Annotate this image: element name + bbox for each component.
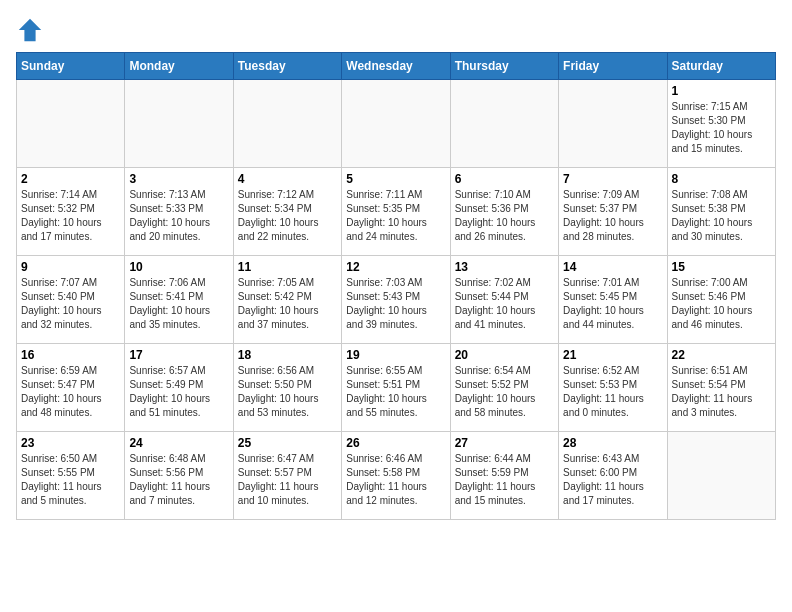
calendar-body: 1Sunrise: 7:15 AM Sunset: 5:30 PM Daylig… bbox=[17, 80, 776, 520]
header-row: Sunday Monday Tuesday Wednesday Thursday… bbox=[17, 53, 776, 80]
calendar-cell bbox=[342, 80, 450, 168]
calendar-cell bbox=[667, 432, 775, 520]
day-info: Sunrise: 6:47 AM Sunset: 5:57 PM Dayligh… bbox=[238, 452, 337, 508]
day-info: Sunrise: 7:14 AM Sunset: 5:32 PM Dayligh… bbox=[21, 188, 120, 244]
calendar-cell: 18Sunrise: 6:56 AM Sunset: 5:50 PM Dayli… bbox=[233, 344, 341, 432]
header-monday: Monday bbox=[125, 53, 233, 80]
calendar-table: Sunday Monday Tuesday Wednesday Thursday… bbox=[16, 52, 776, 520]
calendar-cell: 17Sunrise: 6:57 AM Sunset: 5:49 PM Dayli… bbox=[125, 344, 233, 432]
calendar-cell: 4Sunrise: 7:12 AM Sunset: 5:34 PM Daylig… bbox=[233, 168, 341, 256]
calendar-cell: 26Sunrise: 6:46 AM Sunset: 5:58 PM Dayli… bbox=[342, 432, 450, 520]
day-info: Sunrise: 6:55 AM Sunset: 5:51 PM Dayligh… bbox=[346, 364, 445, 420]
day-info: Sunrise: 6:44 AM Sunset: 5:59 PM Dayligh… bbox=[455, 452, 554, 508]
day-number: 12 bbox=[346, 260, 445, 274]
day-info: Sunrise: 7:06 AM Sunset: 5:41 PM Dayligh… bbox=[129, 276, 228, 332]
day-info: Sunrise: 6:46 AM Sunset: 5:58 PM Dayligh… bbox=[346, 452, 445, 508]
day-info: Sunrise: 7:13 AM Sunset: 5:33 PM Dayligh… bbox=[129, 188, 228, 244]
day-number: 1 bbox=[672, 84, 771, 98]
calendar-cell bbox=[125, 80, 233, 168]
day-number: 24 bbox=[129, 436, 228, 450]
day-number: 28 bbox=[563, 436, 662, 450]
day-number: 22 bbox=[672, 348, 771, 362]
calendar-cell: 13Sunrise: 7:02 AM Sunset: 5:44 PM Dayli… bbox=[450, 256, 558, 344]
header-friday: Friday bbox=[559, 53, 667, 80]
day-number: 14 bbox=[563, 260, 662, 274]
day-number: 26 bbox=[346, 436, 445, 450]
logo-icon bbox=[16, 16, 44, 44]
calendar-cell: 22Sunrise: 6:51 AM Sunset: 5:54 PM Dayli… bbox=[667, 344, 775, 432]
day-number: 16 bbox=[21, 348, 120, 362]
calendar-cell: 3Sunrise: 7:13 AM Sunset: 5:33 PM Daylig… bbox=[125, 168, 233, 256]
header-thursday: Thursday bbox=[450, 53, 558, 80]
calendar-cell: 5Sunrise: 7:11 AM Sunset: 5:35 PM Daylig… bbox=[342, 168, 450, 256]
day-number: 3 bbox=[129, 172, 228, 186]
calendar-cell: 16Sunrise: 6:59 AM Sunset: 5:47 PM Dayli… bbox=[17, 344, 125, 432]
calendar-cell bbox=[17, 80, 125, 168]
calendar-cell: 23Sunrise: 6:50 AM Sunset: 5:55 PM Dayli… bbox=[17, 432, 125, 520]
day-info: Sunrise: 7:00 AM Sunset: 5:46 PM Dayligh… bbox=[672, 276, 771, 332]
day-info: Sunrise: 7:01 AM Sunset: 5:45 PM Dayligh… bbox=[563, 276, 662, 332]
calendar-cell: 6Sunrise: 7:10 AM Sunset: 5:36 PM Daylig… bbox=[450, 168, 558, 256]
day-info: Sunrise: 6:51 AM Sunset: 5:54 PM Dayligh… bbox=[672, 364, 771, 420]
day-number: 25 bbox=[238, 436, 337, 450]
day-number: 9 bbox=[21, 260, 120, 274]
day-number: 17 bbox=[129, 348, 228, 362]
day-number: 7 bbox=[563, 172, 662, 186]
week-row-0: 1Sunrise: 7:15 AM Sunset: 5:30 PM Daylig… bbox=[17, 80, 776, 168]
calendar-cell: 27Sunrise: 6:44 AM Sunset: 5:59 PM Dayli… bbox=[450, 432, 558, 520]
day-number: 8 bbox=[672, 172, 771, 186]
day-info: Sunrise: 7:08 AM Sunset: 5:38 PM Dayligh… bbox=[672, 188, 771, 244]
header-saturday: Saturday bbox=[667, 53, 775, 80]
day-number: 4 bbox=[238, 172, 337, 186]
day-number: 27 bbox=[455, 436, 554, 450]
day-info: Sunrise: 6:59 AM Sunset: 5:47 PM Dayligh… bbox=[21, 364, 120, 420]
day-number: 19 bbox=[346, 348, 445, 362]
svg-marker-0 bbox=[19, 19, 41, 41]
day-number: 11 bbox=[238, 260, 337, 274]
day-number: 5 bbox=[346, 172, 445, 186]
calendar-cell: 19Sunrise: 6:55 AM Sunset: 5:51 PM Dayli… bbox=[342, 344, 450, 432]
day-info: Sunrise: 6:54 AM Sunset: 5:52 PM Dayligh… bbox=[455, 364, 554, 420]
calendar-cell: 25Sunrise: 6:47 AM Sunset: 5:57 PM Dayli… bbox=[233, 432, 341, 520]
day-info: Sunrise: 7:15 AM Sunset: 5:30 PM Dayligh… bbox=[672, 100, 771, 156]
day-info: Sunrise: 7:09 AM Sunset: 5:37 PM Dayligh… bbox=[563, 188, 662, 244]
day-number: 10 bbox=[129, 260, 228, 274]
header-sunday: Sunday bbox=[17, 53, 125, 80]
calendar-cell: 2Sunrise: 7:14 AM Sunset: 5:32 PM Daylig… bbox=[17, 168, 125, 256]
calendar-cell: 8Sunrise: 7:08 AM Sunset: 5:38 PM Daylig… bbox=[667, 168, 775, 256]
calendar-cell: 7Sunrise: 7:09 AM Sunset: 5:37 PM Daylig… bbox=[559, 168, 667, 256]
calendar-cell: 9Sunrise: 7:07 AM Sunset: 5:40 PM Daylig… bbox=[17, 256, 125, 344]
day-number: 18 bbox=[238, 348, 337, 362]
page-header bbox=[16, 16, 776, 44]
calendar-cell bbox=[233, 80, 341, 168]
day-info: Sunrise: 7:12 AM Sunset: 5:34 PM Dayligh… bbox=[238, 188, 337, 244]
calendar-cell: 21Sunrise: 6:52 AM Sunset: 5:53 PM Dayli… bbox=[559, 344, 667, 432]
calendar-cell: 14Sunrise: 7:01 AM Sunset: 5:45 PM Dayli… bbox=[559, 256, 667, 344]
calendar-cell: 12Sunrise: 7:03 AM Sunset: 5:43 PM Dayli… bbox=[342, 256, 450, 344]
calendar-cell: 24Sunrise: 6:48 AM Sunset: 5:56 PM Dayli… bbox=[125, 432, 233, 520]
day-info: Sunrise: 7:02 AM Sunset: 5:44 PM Dayligh… bbox=[455, 276, 554, 332]
calendar-cell: 11Sunrise: 7:05 AM Sunset: 5:42 PM Dayli… bbox=[233, 256, 341, 344]
day-info: Sunrise: 7:03 AM Sunset: 5:43 PM Dayligh… bbox=[346, 276, 445, 332]
calendar-cell bbox=[450, 80, 558, 168]
logo bbox=[16, 16, 48, 44]
calendar-cell: 10Sunrise: 7:06 AM Sunset: 5:41 PM Dayli… bbox=[125, 256, 233, 344]
week-row-3: 16Sunrise: 6:59 AM Sunset: 5:47 PM Dayli… bbox=[17, 344, 776, 432]
day-number: 6 bbox=[455, 172, 554, 186]
calendar-cell: 1Sunrise: 7:15 AM Sunset: 5:30 PM Daylig… bbox=[667, 80, 775, 168]
calendar-cell bbox=[559, 80, 667, 168]
day-info: Sunrise: 6:57 AM Sunset: 5:49 PM Dayligh… bbox=[129, 364, 228, 420]
day-number: 2 bbox=[21, 172, 120, 186]
calendar-cell: 20Sunrise: 6:54 AM Sunset: 5:52 PM Dayli… bbox=[450, 344, 558, 432]
day-info: Sunrise: 7:05 AM Sunset: 5:42 PM Dayligh… bbox=[238, 276, 337, 332]
day-info: Sunrise: 6:56 AM Sunset: 5:50 PM Dayligh… bbox=[238, 364, 337, 420]
day-number: 23 bbox=[21, 436, 120, 450]
calendar-header: Sunday Monday Tuesday Wednesday Thursday… bbox=[17, 53, 776, 80]
calendar-cell: 15Sunrise: 7:00 AM Sunset: 5:46 PM Dayli… bbox=[667, 256, 775, 344]
day-info: Sunrise: 6:48 AM Sunset: 5:56 PM Dayligh… bbox=[129, 452, 228, 508]
day-info: Sunrise: 7:11 AM Sunset: 5:35 PM Dayligh… bbox=[346, 188, 445, 244]
day-info: Sunrise: 6:50 AM Sunset: 5:55 PM Dayligh… bbox=[21, 452, 120, 508]
day-info: Sunrise: 7:10 AM Sunset: 5:36 PM Dayligh… bbox=[455, 188, 554, 244]
day-number: 21 bbox=[563, 348, 662, 362]
header-tuesday: Tuesday bbox=[233, 53, 341, 80]
